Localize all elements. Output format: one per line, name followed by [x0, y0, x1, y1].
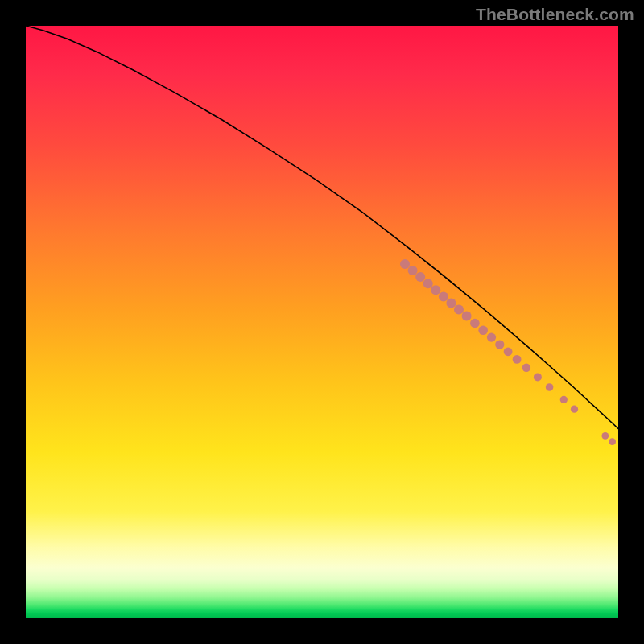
chart-stage: TheBottleneck.com [0, 0, 644, 644]
scatter-dot [462, 312, 472, 321]
scatter-dot [495, 340, 504, 349]
scatter-dot [439, 291, 448, 301]
scatter-dot [609, 438, 616, 445]
scatter-dot [522, 364, 530, 372]
chart-svg [26, 26, 618, 618]
plot-area [26, 26, 618, 618]
scatter-dot [534, 373, 542, 381]
scatter-dot [504, 347, 513, 356]
scatter-dots [400, 259, 616, 445]
scatter-dot [454, 305, 464, 315]
scatter-dot [415, 272, 425, 282]
scatter-dot [423, 279, 433, 288]
scatter-dot [408, 266, 418, 275]
scatter-dot [400, 259, 410, 269]
watermark-label: TheBottleneck.com [476, 5, 634, 24]
scatter-dot [446, 298, 456, 308]
scatter-dot [560, 396, 568, 403]
scatter-dot [571, 406, 578, 413]
scatter-dot [546, 383, 554, 391]
scatter-dot [470, 319, 480, 328]
scatter-dot [487, 333, 496, 342]
scatter-dot [513, 355, 522, 364]
scatter-dot [601, 432, 609, 440]
scatter-dot [478, 326, 488, 336]
scatter-dot [431, 285, 440, 295]
